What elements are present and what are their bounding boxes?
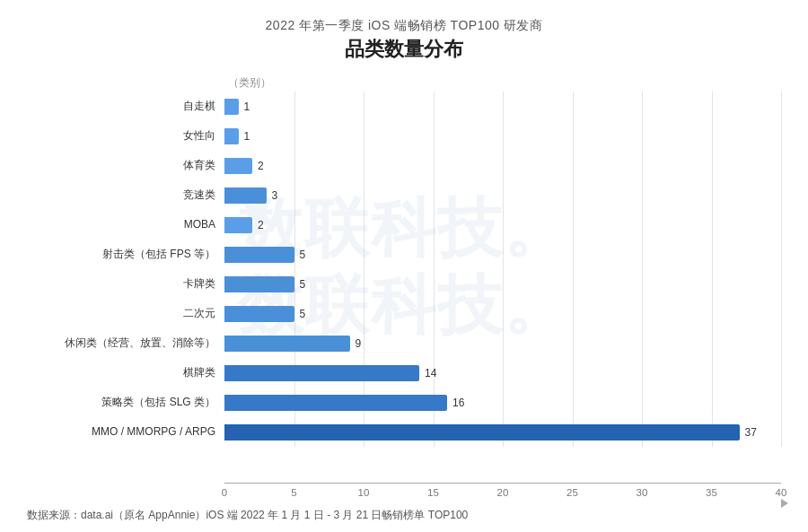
bar-fill	[224, 99, 239, 115]
bar-row: 二次元5	[27, 299, 781, 328]
bar-value: 16	[452, 397, 464, 409]
x-tick-label: 35	[706, 487, 717, 498]
x-tick-label: 0	[222, 487, 227, 498]
bar-row: MOBA2	[27, 210, 781, 240]
bar-value: 2	[258, 160, 264, 172]
bar-row: 棋牌类14	[27, 358, 781, 388]
bar-label: MMO / MMORPG / ARPG	[27, 425, 224, 438]
bar-label: 棋牌类	[27, 366, 224, 379]
bar-row: 休闲类（经营、放置、消除等）9	[27, 328, 781, 358]
bar-value: 3	[272, 189, 278, 202]
bar-row: 策略类（包括 SLG 类）16	[27, 388, 781, 417]
source-text: 数据来源：data.ai（原名 AppAnnie）iOS 端 2022 年 1 …	[27, 508, 468, 523]
bar-fill	[224, 424, 740, 440]
main-title: 品类数量分布	[345, 36, 463, 63]
bar-fill	[224, 306, 294, 322]
bar-label: 自走棋	[27, 100, 224, 112]
bar-value: 14	[425, 367, 436, 379]
bar-row: 卡牌类5	[27, 269, 781, 299]
bar-label: 竞速类	[27, 188, 224, 201]
bar-fill	[224, 217, 252, 233]
bar-fill	[224, 276, 294, 292]
bar-row: 女性向1	[27, 121, 781, 151]
bar-value: 37	[745, 426, 757, 439]
bar-value: 5	[300, 278, 306, 291]
bar-fill	[224, 128, 239, 144]
bar-row: 射击类（包括 FPS 等）5	[27, 240, 781, 269]
x-tick-label: 5	[291, 487, 296, 498]
bar-row: 竞速类3	[27, 180, 781, 210]
bar-value: 1	[244, 100, 250, 113]
bar-value: 9	[356, 337, 362, 350]
x-tick-label: 30	[637, 487, 648, 498]
bar-fill	[224, 247, 294, 263]
chart-area: （类别） 自走棋1女性向1体育类2竞速类3MOBA2射击类（包括 FPS 等）5…	[27, 70, 781, 502]
bar-value: 5	[300, 308, 306, 320]
bar-label: MOBA	[27, 218, 224, 231]
bar-row: 体育类2	[27, 151, 781, 180]
bar-fill	[224, 158, 252, 174]
bar-fill	[224, 188, 267, 204]
bar-label: 二次元	[27, 307, 224, 319]
x-axis-arrow	[781, 499, 788, 508]
bar-value: 2	[258, 219, 264, 231]
bar-value: 1	[244, 130, 250, 143]
x-tick-label: 15	[427, 487, 439, 498]
x-tick-label: 10	[358, 487, 370, 498]
subtitle: 2022 年第一季度 iOS 端畅销榜 TOP100 研发商	[266, 18, 543, 34]
x-tick-label: 40	[776, 487, 787, 498]
y-axis-label: （类别）	[228, 76, 271, 89]
bar-label: 女性向	[27, 129, 224, 142]
bar-label: 卡牌类	[27, 277, 224, 290]
bar-label: 策略类（包括 SLG 类）	[27, 396, 224, 408]
bar-fill	[224, 365, 419, 381]
bar-fill	[224, 336, 350, 352]
bar-label: 射击类（包括 FPS 等）	[27, 248, 224, 260]
bar-row: 自走棋1	[27, 92, 781, 121]
x-axis-row: 0510152025303540	[27, 483, 781, 502]
x-tick-label: 20	[497, 487, 509, 498]
bar-label: 体育类	[27, 159, 224, 171]
bar-row: MMO / MMORPG / ARPG37	[27, 417, 781, 447]
bar-label: 休闲类（经营、放置、消除等）	[27, 336, 224, 349]
x-tick-label: 25	[566, 487, 578, 498]
bar-fill	[224, 395, 447, 411]
bar-value: 5	[300, 249, 306, 261]
